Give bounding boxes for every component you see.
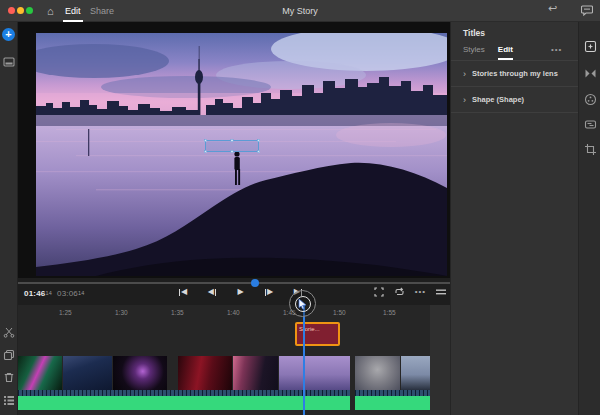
timeline-empty-area: [430, 305, 450, 415]
speed-panel-icon[interactable]: [584, 118, 597, 131]
more-options-icon[interactable]: •••: [415, 287, 426, 297]
video-clip-thumbnail[interactable]: [355, 356, 400, 390]
audio-clip[interactable]: [18, 396, 350, 410]
video-clip-thumbnail[interactable]: [233, 356, 278, 390]
step-back-button[interactable]: ◀: [208, 287, 217, 297]
transitions-panel-icon[interactable]: [584, 67, 597, 80]
panel-title: Titles: [463, 28, 485, 38]
delete-trash-icon[interactable]: [3, 371, 15, 383]
tab-edit-panel[interactable]: Edit: [498, 45, 513, 60]
loop-icon[interactable]: [394, 287, 405, 297]
title-selection-box[interactable]: [204, 139, 259, 152]
panel-more-icon[interactable]: •••: [551, 45, 562, 54]
current-time: 01:46: [24, 289, 45, 298]
video-frame[interactable]: [36, 33, 447, 276]
crop-panel-icon[interactable]: [584, 143, 597, 156]
panel-tabs: Styles Edit: [463, 45, 513, 60]
transport-bar: 01:461403:0614 ◀ ◀ ▶ ▶ ▶ •••: [18, 278, 450, 305]
titlebar: ⌂ Edit Share My Story ↩: [0, 0, 600, 22]
section-stories-through-my-lens[interactable]: › Stories through my lens: [451, 61, 579, 86]
left-toolbar: +: [0, 22, 18, 415]
video-clip-thumbnail[interactable]: [63, 356, 112, 390]
playback-options: •••: [374, 287, 446, 297]
cursor-icon: [295, 296, 311, 312]
titles-panel: Titles Styles Edit ••• › Stories through…: [450, 22, 578, 415]
graphics-panel-icon[interactable]: [584, 40, 597, 53]
current-frames: 14: [45, 290, 52, 296]
tab-share[interactable]: Share: [88, 0, 116, 22]
step-forward-button[interactable]: ▶: [264, 287, 273, 297]
title-clip[interactable]: Storie...: [295, 322, 340, 346]
timeline-playhead[interactable]: [303, 305, 305, 415]
ruler-label: 1:25: [59, 309, 72, 316]
click-indicator-ring: [289, 290, 316, 317]
video-clip-thumbnail[interactable]: [401, 356, 430, 390]
divider: [451, 112, 579, 113]
add-media-button[interactable]: +: [2, 28, 15, 41]
video-clip-thumbnail[interactable]: [178, 356, 232, 390]
minimize-window-button[interactable]: [17, 7, 24, 14]
timeline: 1:25 1:30 1:35 1:40 1:45 1:50 1:55 Stori…: [18, 305, 450, 415]
close-window-button[interactable]: [8, 7, 15, 14]
playback-menu-icon[interactable]: [436, 288, 446, 296]
ruler-label: 1:30: [115, 309, 128, 316]
preview-scrubber[interactable]: [18, 282, 450, 284]
chevron-right-icon: ›: [463, 69, 466, 79]
video-clip-thumbnail[interactable]: [113, 356, 167, 390]
track-controls-icon[interactable]: [3, 394, 15, 406]
go-to-start-button[interactable]: ◀: [178, 287, 187, 297]
total-frames: 14: [78, 290, 85, 296]
timecode-display: 01:461403:0614: [24, 289, 85, 298]
home-icon[interactable]: ⌂: [47, 3, 54, 19]
transport-buttons: ◀ ◀ ▶ ▶ ▶: [178, 287, 303, 297]
ruler-label: 1:35: [171, 309, 184, 316]
tab-edit[interactable]: Edit: [63, 0, 83, 22]
total-time: 03:06: [57, 289, 78, 298]
split-scissors-icon[interactable]: [3, 326, 15, 338]
chevron-right-icon: ›: [463, 95, 466, 105]
undo-icon[interactable]: ↩: [548, 2, 557, 15]
zoom-window-button[interactable]: [26, 7, 33, 14]
video-clip-thumbnail[interactable]: [279, 356, 350, 390]
feedback-bubble-icon[interactable]: [581, 5, 593, 16]
ruler-label: 1:55: [383, 309, 396, 316]
play-button[interactable]: ▶: [237, 287, 243, 297]
fullscreen-icon[interactable]: [374, 287, 384, 297]
duplicate-icon[interactable]: [3, 349, 15, 361]
ruler-label: 1:50: [333, 309, 346, 316]
ruler-label: 1:40: [227, 309, 240, 316]
audio-clip[interactable]: [355, 396, 430, 410]
program-monitor: [18, 22, 450, 278]
water-pole: [88, 129, 89, 156]
right-toolbar: [578, 22, 600, 415]
premiere-rush-window: ⌂ Edit Share My Story ↩ +: [0, 0, 600, 415]
section-shape[interactable]: › Shape (Shape): [451, 87, 579, 112]
video-clip-thumbnail[interactable]: [18, 356, 62, 390]
scrubber-handle[interactable]: [251, 279, 259, 287]
media-browser-icon[interactable]: [3, 56, 15, 68]
color-panel-icon[interactable]: [584, 93, 597, 106]
tab-styles[interactable]: Styles: [463, 45, 485, 60]
